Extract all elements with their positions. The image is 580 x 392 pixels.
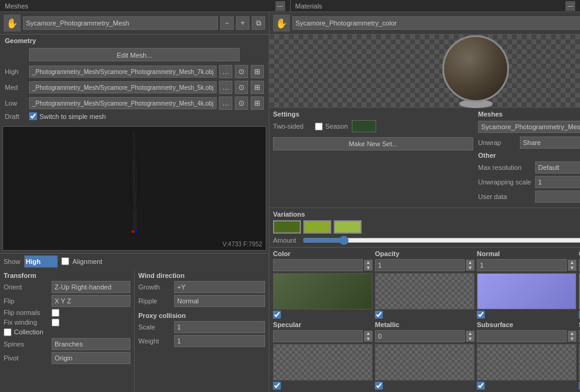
svg-rect-3 <box>133 133 135 191</box>
channel-normal-check[interactable] <box>477 311 485 319</box>
meshes-settings-section: Meshes Sycamore_Photogrammetry_Mesh Edit… <box>478 110 580 205</box>
collection-checkbox[interactable] <box>4 328 12 336</box>
max-res-dropdown[interactable]: Default <box>535 161 580 174</box>
channel-normal-spin-up[interactable]: ▲ <box>568 260 576 265</box>
med-icon2-btn[interactable]: ⊞ <box>251 81 264 94</box>
low-icon2-btn[interactable]: ⊞ <box>251 96 264 110</box>
med-mesh-row: Med _Photogrammetry_Mesh/Sycamore_Photog… <box>0 79 269 95</box>
channel-color-spin-down[interactable]: ▼ <box>364 265 373 271</box>
channel-metallic-check[interactable] <box>375 382 383 390</box>
unwrap-scale-input[interactable] <box>535 176 580 188</box>
show-label: Show <box>4 258 21 265</box>
growth-row: Growth +Y <box>138 281 265 293</box>
weight-input[interactable] <box>174 335 265 347</box>
flip-dropdown[interactable]: X Y Z <box>52 295 130 307</box>
materials-collapse-btn[interactable]: — <box>565 1 575 11</box>
high-icon2-btn[interactable]: ⊞ <box>251 65 264 78</box>
mesh-name-dropdown[interactable]: Sycamore_Photogrammetry_Mesh <box>23 16 218 30</box>
variations-title: Variations <box>273 211 580 218</box>
channel-opacity-spin-down[interactable]: ▼ <box>466 265 474 271</box>
med-path-input[interactable]: _Photogrammetry_Mesh/Sycamore_Photogramm… <box>29 81 217 93</box>
copy-mesh-btn[interactable]: ⧉ <box>252 16 265 30</box>
channel-normal-thumb <box>477 273 576 309</box>
med-browse-btn[interactable]: … <box>219 81 232 94</box>
low-browse-btn[interactable]: … <box>219 96 232 110</box>
ripple-dropdown[interactable]: Normal <box>174 295 265 307</box>
collection-label: Collection <box>14 328 43 336</box>
fix-winding-checkbox[interactable] <box>52 319 59 326</box>
swatch-3[interactable] <box>334 220 362 234</box>
unwrap-dropdown[interactable]: Share <box>520 137 580 149</box>
amount-slider[interactable] <box>303 236 580 245</box>
proxy-section: Proxy collision Scale Weight <box>138 312 265 347</box>
switch-simple-checkbox[interactable] <box>29 112 37 120</box>
channel-color-check[interactable] <box>273 311 281 319</box>
spines-dropdown[interactable]: Branches <box>52 338 130 350</box>
channel-specular-check[interactable] <box>273 382 281 390</box>
alignment-checkbox[interactable] <box>61 257 69 265</box>
channel-subsurface-spin-down[interactable]: ▼ <box>568 336 576 342</box>
channel-opacity-check[interactable] <box>375 311 383 319</box>
edit-mesh-btn[interactable]: Edit Mesh... <box>29 48 240 61</box>
two-sided-label: Two-sided <box>273 123 312 130</box>
material-name-dropdown[interactable]: Sycamore_Photogrammetry_color <box>292 16 580 30</box>
minus-mesh-btn[interactable]: − <box>220 16 234 30</box>
svg-rect-2 <box>130 136 132 184</box>
make-new-set-btn[interactable]: Make New Set... <box>273 137 473 150</box>
two-sided-checkbox[interactable] <box>315 123 323 130</box>
channel-color-spin-up[interactable]: ▲ <box>364 260 373 265</box>
med-icon1-btn[interactable]: ⊙ <box>235 81 248 94</box>
channel-specular-spin-down[interactable]: ▼ <box>364 336 373 342</box>
high-icon1-btn[interactable]: ⊙ <box>235 65 248 78</box>
scale-input[interactable] <box>174 321 265 333</box>
user-data-input[interactable] <box>535 191 580 203</box>
channels-grid: Color ▲ ▼ Opacity ▲ ▼ <box>269 248 580 392</box>
high-browse-btn[interactable]: … <box>219 65 232 78</box>
low-icon1-btn[interactable]: ⊙ <box>235 96 248 110</box>
channel-subsurface-check[interactable] <box>477 382 485 390</box>
channel-specular-spin-up[interactable]: ▲ <box>364 331 373 336</box>
add-mesh-btn[interactable]: + <box>236 16 249 30</box>
meshes-collapse-btn[interactable]: — <box>275 1 285 11</box>
channel-subsurface-spin-up[interactable]: ▲ <box>568 331 576 336</box>
growth-dropdown[interactable]: +Y <box>174 281 265 293</box>
channel-metallic-input[interactable] <box>375 330 465 342</box>
materials-panel-title: Materials — <box>291 0 581 12</box>
ripple-row: Ripple Normal <box>138 295 265 307</box>
channel-metallic-thumb <box>375 344 474 380</box>
unwrap-row: Unwrap Share Add <box>478 136 580 149</box>
show-lod-dropdown[interactable]: High <box>24 255 58 268</box>
materials-title-text: Materials <box>295 2 323 10</box>
channel-color-spinbox: ▲ ▼ <box>364 260 373 271</box>
channel-subsurface-input[interactable] <box>477 330 567 342</box>
transform-title: Transform <box>4 272 130 279</box>
channel-normal-spin-down[interactable]: ▼ <box>568 265 576 271</box>
channel-normal-input[interactable] <box>477 259 567 271</box>
channel-opacity-spin-up[interactable]: ▲ <box>466 260 474 265</box>
pivot-dropdown[interactable]: Origin <box>52 352 130 364</box>
channel-specular-input[interactable] <box>273 330 363 342</box>
orient-dropdown[interactable]: Z-Up Right-handed <box>52 281 130 293</box>
channel-opacity-title: Opacity <box>375 250 474 257</box>
season-color-swatch[interactable] <box>352 120 376 132</box>
max-res-row: Max resolution Default <box>478 161 580 174</box>
meshes-panel-title: Meshes — <box>0 0 291 12</box>
channel-metallic-spin-up[interactable]: ▲ <box>466 331 474 336</box>
show-bar: Show High Alignment <box>0 253 269 269</box>
unwrap-label: Unwrap <box>478 139 518 146</box>
swatch-1[interactable] <box>273 220 301 234</box>
amount-row: Amount <box>273 236 580 245</box>
channel-color-input[interactable] <box>273 259 363 271</box>
channel-specular-title: Specular <box>273 321 373 328</box>
material-mesh-dropdown[interactable]: Sycamore_Photogrammetry_Mesh <box>478 121 580 133</box>
channel-metallic-spin-down[interactable]: ▼ <box>466 336 474 342</box>
flip-row: Flip X Y Z <box>4 295 130 307</box>
high-path-input[interactable]: _Photogrammetry_Mesh/Sycamore_Photogramm… <box>29 66 217 78</box>
flip-normals-checkbox[interactable] <box>52 309 59 317</box>
low-path-input[interactable]: _Photogrammetry_Mesh/Sycamore_Photogramm… <box>29 97 217 109</box>
channel-opacity: Opacity ▲ ▼ <box>375 250 474 319</box>
channel-opacity-input[interactable] <box>375 259 465 271</box>
swatch-2[interactable] <box>303 220 331 234</box>
orient-label: Orient <box>4 283 49 291</box>
svg-rect-4 <box>135 139 137 181</box>
